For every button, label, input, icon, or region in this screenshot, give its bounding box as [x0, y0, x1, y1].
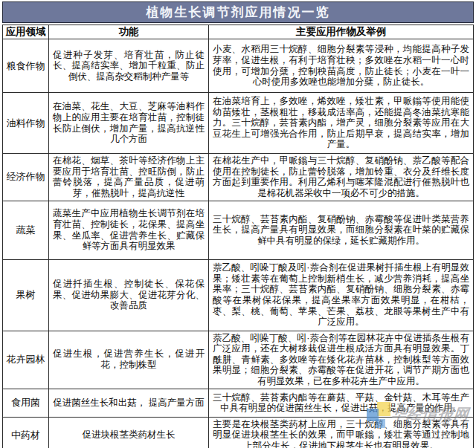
row-field-label: 果树 — [3, 259, 49, 331]
column-header-field: 应用领域 — [3, 25, 49, 39]
page-title: 植物生长调节剂应用情况一览 — [2, 1, 474, 23]
row-field-label: 粮食作物 — [3, 39, 49, 93]
row-field-label: 蔬菜 — [3, 201, 49, 259]
row-function-cell: 促进生根，促进营养生长，促进开花，控制株型 — [49, 331, 209, 389]
table-row: 花卉园林 促进生根，促进营养生长，促进开花，控制株型 萘乙酸、吲哚丁酸、吲·萘合… — [3, 331, 474, 389]
row-function-cell: 在油菜、花生、大豆、芝麻等油料作物上的应用主要在培育壮苗，控制徒长防止倒伏，增加… — [49, 93, 209, 154]
row-examples-cell: 三十烷醇、芸苔素内酯等在蘑菇、平菇、金针菇、木耳等生产中具有明显的促进菌丝生长，… — [209, 389, 474, 417]
row-examples-cell: 萘乙酸、吲哚丁酸、吲·萘合剂等在园林花卉中促进插条生根有广泛应用，还在大树移栽促… — [209, 331, 474, 389]
table-row: 粮食作物 促进种子发芽、培育壮苗，防止徒长、提高结实率、增加千粒重、防止倒伏、提… — [3, 39, 474, 93]
page: 植物生长调节剂应用情况一览 应用领域 功能 主要应用作物及举例 粮食作物 促进种… — [0, 0, 476, 448]
row-examples-cell: 三十烷醇、芸苔素内酯、复硝酚钠、赤霉酸等促进叶类菜营养生长，提高产量具有明显效果… — [209, 201, 474, 259]
row-field-label: 油料作物 — [3, 93, 49, 154]
table-row: 油料作物 在油菜、花生、大豆、芝麻等油料作物上的应用主要在培育壮苗，控制徒长防止… — [3, 93, 474, 154]
table-row: 经济作物 在棉花、烟草、茶叶等经济作物上主要应用于培育壮苗、控旺防倒，防止蕾铃脱… — [3, 154, 474, 201]
row-function-cell: 在棉花、烟草、茶叶等经济作物上主要应用于培育壮苗、控旺防倒，防止蕾铃脱落，提高产… — [49, 154, 209, 201]
row-examples-cell: 在棉花生产中，甲哌鎓与三十烷醇、复硝酚钠、萘乙酸等配合使用在控制徒长，防止蕾铃脱… — [209, 154, 474, 201]
column-header-function: 功能 — [49, 25, 209, 39]
table-header-row: 应用领域 功能 主要应用作物及举例 — [3, 25, 474, 39]
regulator-table: 应用领域 功能 主要应用作物及举例 粮食作物 促进种子发芽、培育壮苗，防止徒长、… — [2, 25, 474, 448]
table-row: 中药材 促进块根茎类药材生长 主要是在块根茎类药材上应用，三十烷醇、细胞分裂素等… — [3, 417, 474, 448]
table-row: 蔬菜 蔬菜生产中应用植物生长调节剂在培育壮苗、控制徒长，花保果、提高坐果、坐瓜率… — [3, 201, 474, 259]
row-examples-cell: 在油菜培育上，多效唑，烯效唑，矮壮素，甲哌鎓等使用能使幼苗矮壮，茎根粗壮，移栽成… — [209, 93, 474, 154]
row-field-label: 经济作物 — [3, 154, 49, 201]
table-row: 果树 促进扦插生根、控制徒长、保花保果、促进幼果膨大、促进花芽分化、改善品质 萘… — [3, 259, 474, 331]
row-examples-cell: 小麦、水稻用三十烷醇、细胞分裂素等浸种，均能提高种子发芽率，促进生根，有利于培育… — [209, 39, 474, 93]
row-function-cell: 促进种子发芽、培育壮苗，防止徒长、提高结实率、增加千粒重、防止倒伏、提高杂交稻制… — [49, 39, 209, 93]
row-function-cell: 促进扦插生根、控制徒长、保花保果、促进幼果膨大、促进花芽分化、改善品质 — [49, 259, 209, 331]
row-function-cell: 促进菌丝生长和出菇， 提高产量方面 — [49, 389, 209, 417]
row-field-label: 中药材 — [3, 417, 49, 448]
table-row: 食用菌 促进菌丝生长和出菇， 提高产量方面 三十烷醇、芸苔素内酯等在蘑菇、平菇、… — [3, 389, 474, 417]
column-header-examples: 主要应用作物及举例 — [209, 25, 474, 39]
row-examples-cell: 主要是在块根茎类药材上应用，三十烷醇、细胞分裂素等具有明显促进块根茎生长的效果，… — [209, 417, 474, 448]
row-field-label: 花卉园林 — [3, 331, 49, 389]
row-examples-cell: 萘乙酸、吲哚丁酸及吲·萘合剂在促进果树扦插生根上有明显效果；矮壮素等在葡萄上控制… — [209, 259, 474, 331]
row-function-cell: 促进块根茎类药材生长 — [49, 417, 209, 448]
row-function-cell: 蔬菜生产中应用植物生长调节剂在培育壮苗、控制徒长，花保果、提高坐果、坐瓜率、促进… — [49, 201, 209, 259]
row-field-label: 食用菌 — [3, 389, 49, 417]
